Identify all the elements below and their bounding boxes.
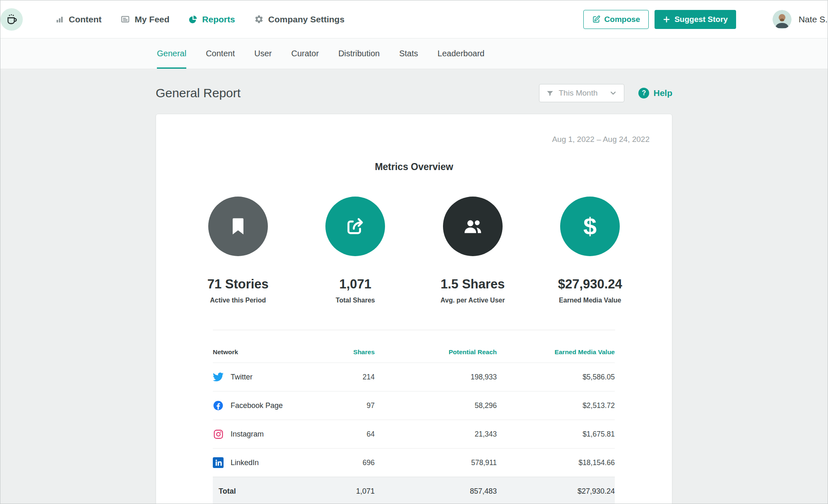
newspaper-icon	[120, 14, 130, 24]
report-tabs-bar: General Content User Curator Distributio…	[0, 38, 828, 69]
tab-content[interactable]: Content	[206, 38, 235, 69]
metric-circle-users	[443, 197, 503, 256]
emv-cell: $5,586.05	[497, 373, 615, 382]
nav-label: Content	[69, 14, 101, 24]
metric-label: Total Shares	[297, 297, 414, 304]
column-header-shares[interactable]: Shares	[288, 348, 375, 356]
metric-circle-shares	[325, 197, 385, 256]
total-emv: $27,930.24	[497, 487, 615, 496]
chevron-down-icon	[609, 89, 617, 97]
metric-emv: $ $27,930.24 Earned Media Value	[532, 197, 649, 304]
network-cell: LinkedIn	[213, 457, 288, 468]
shares-cell: 696	[288, 458, 375, 467]
table-row-facebook: Facebook Page 97 58,296 $2,513.72	[213, 391, 615, 420]
network-name: Twitter	[231, 373, 253, 382]
nav-label: My Feed	[135, 14, 169, 24]
bar-chart-icon	[55, 15, 64, 24]
column-header-emv[interactable]: Earned Media Value	[497, 348, 615, 356]
metric-circle-emv: $	[560, 197, 620, 256]
metric-label: Earned Media Value	[532, 297, 649, 304]
tab-curator[interactable]: Curator	[291, 38, 319, 69]
metric-value: $27,930.24	[532, 277, 649, 292]
help-label: Help	[653, 88, 672, 98]
reach-cell: 198,933	[375, 373, 497, 382]
network-name: LinkedIn	[231, 458, 259, 467]
primary-nav: Content My Feed Reports	[55, 14, 344, 24]
network-cell: Twitter	[213, 372, 288, 382]
table-total-row: Total 1,071 857,483 $27,930.24	[213, 477, 615, 504]
report-tabs: General Content User Curator Distributio…	[157, 38, 484, 69]
network-table: Network Shares Potential Reach Earned Me…	[213, 342, 615, 504]
twitter-icon	[213, 372, 224, 382]
nav-label: Reports	[202, 14, 235, 24]
time-filter-value: This Month	[559, 89, 598, 98]
table-row-instagram: Instagram 64 21,343 $1,675.81	[213, 420, 615, 448]
nav-item-my-feed[interactable]: My Feed	[120, 14, 169, 24]
tab-general[interactable]: General	[157, 38, 186, 69]
nav-item-reports[interactable]: Reports	[188, 14, 235, 24]
funnel-icon	[546, 89, 554, 97]
date-range: Aug 1, 2022 – Aug 24, 2022	[156, 114, 672, 144]
gear-icon	[254, 14, 264, 24]
metric-value: 1.5 Shares	[414, 277, 532, 292]
section-divider	[213, 330, 615, 330]
metric-label: Avg. per Active User	[414, 297, 532, 304]
nav-item-content[interactable]: Content	[55, 14, 101, 24]
user-name: Nate S.	[799, 14, 828, 24]
emv-cell: $2,513.72	[497, 401, 615, 410]
shares-cell: 64	[288, 430, 375, 439]
metrics-overview-title: Metrics Overview	[156, 161, 672, 173]
table-header-row: Network Shares Potential Reach Earned Me…	[213, 342, 615, 362]
suggest-story-label: Suggest Story	[674, 15, 728, 24]
emv-cell: $18,154.66	[497, 458, 615, 467]
metric-avg-shares: 1.5 Shares Avg. per Active User	[414, 197, 532, 304]
avatar	[773, 10, 792, 29]
linkedin-icon	[213, 457, 224, 468]
metric-value: 71 Stories	[179, 277, 297, 292]
tab-leaderboard[interactable]: Leaderboard	[438, 38, 484, 69]
instagram-icon	[213, 429, 224, 439]
app-window: Content My Feed Reports	[0, 0, 828, 504]
total-shares: 1,071	[288, 487, 375, 496]
facebook-icon	[213, 400, 224, 411]
compose-button[interactable]: Compose	[583, 10, 649, 29]
network-name: Instagram	[231, 430, 264, 439]
app-logo[interactable]	[0, 8, 23, 31]
tab-distribution[interactable]: Distribution	[338, 38, 380, 69]
shares-cell: 214	[288, 373, 375, 382]
dollar-icon: $	[583, 214, 597, 238]
total-reach: 857,483	[375, 487, 497, 496]
plus-icon	[663, 16, 670, 23]
question-circle-icon: ?	[638, 88, 649, 98]
user-menu[interactable]: Nate S.	[773, 10, 828, 29]
emv-cell: $1,675.81	[497, 430, 615, 439]
time-filter-dropdown[interactable]: This Month	[539, 84, 625, 102]
network-cell: Instagram	[213, 429, 288, 439]
pie-chart-icon	[188, 15, 197, 24]
help-link[interactable]: ? Help	[638, 88, 672, 98]
share-icon	[344, 215, 367, 238]
compose-label: Compose	[604, 15, 640, 24]
page-header: General Report This Month ? Help	[156, 83, 672, 103]
table-row-linkedin: LinkedIn 696 578,911 $18,154.66	[213, 448, 615, 477]
tab-user[interactable]: User	[254, 38, 272, 69]
suggest-story-button[interactable]: Suggest Story	[655, 10, 736, 29]
nav-item-company-settings[interactable]: Company Settings	[254, 14, 344, 24]
nav-label: Company Settings	[268, 14, 344, 24]
compose-pencil-icon	[592, 15, 600, 24]
reach-cell: 58,296	[375, 401, 497, 410]
metric-value: 1,071	[297, 277, 414, 292]
column-header-reach[interactable]: Potential Reach	[375, 348, 497, 356]
reach-cell: 21,343	[375, 430, 497, 439]
bookmark-icon	[227, 216, 249, 237]
users-icon	[461, 215, 484, 238]
coffee-cup-icon	[5, 13, 18, 26]
column-header-network: Network	[213, 348, 288, 356]
shares-cell: 97	[288, 401, 375, 410]
report-card: Aug 1, 2022 – Aug 24, 2022 Metrics Overv…	[156, 114, 672, 504]
network-cell: Facebook Page	[213, 400, 288, 411]
tab-stats[interactable]: Stats	[399, 38, 418, 69]
header-controls: This Month ? Help	[539, 84, 673, 102]
metric-label: Active this Period	[179, 297, 297, 304]
total-label: Total	[213, 487, 288, 496]
